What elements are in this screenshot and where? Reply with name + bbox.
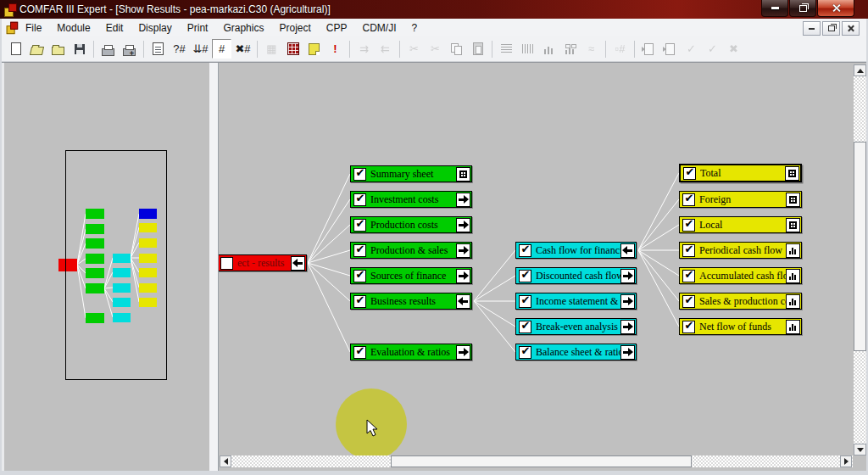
checkbox-checked-icon[interactable]: ✔	[353, 270, 366, 282]
expand-arrow-icon[interactable]	[456, 193, 470, 207]
table-view-icon[interactable]	[785, 166, 799, 181]
show-structure-icon[interactable]: #	[212, 39, 231, 59]
print-icon[interactable]	[98, 39, 118, 59]
checkbox-checked-icon[interactable]: ✔	[682, 244, 695, 257]
tree-node-sales-production-co[interactable]: ✔Sales & production co	[679, 293, 802, 310]
checkbox-checked-icon[interactable]	[220, 257, 233, 270]
checkbox-checked-icon[interactable]: ✔	[519, 295, 531, 308]
checkbox-checked-icon[interactable]: ✔	[353, 168, 366, 181]
tree-node-sources-of-finance[interactable]: ✔Sources of finance	[350, 267, 472, 284]
calculator-icon[interactable]	[283, 39, 303, 59]
close-button[interactable]	[817, 0, 854, 17]
vertical-scroll-thumb[interactable]	[854, 142, 866, 351]
checkbox-checked-icon[interactable]: ✔	[353, 244, 366, 257]
print-setup-icon[interactable]	[120, 39, 139, 59]
expand-arrow-icon[interactable]	[456, 218, 470, 232]
menu-item-print[interactable]: Print	[180, 20, 216, 36]
menu-item-display[interactable]: Display	[131, 20, 179, 36]
mdi-close-button[interactable]	[842, 21, 860, 36]
node-label: Summary sheet	[370, 168, 456, 181]
show-report-icon[interactable]	[148, 39, 168, 59]
minimap-viewport-rectangle[interactable]	[65, 150, 167, 380]
chart-view-icon[interactable]	[786, 243, 800, 258]
tree-node-summary-sheet[interactable]: ✔Summary sheet	[350, 165, 472, 182]
checkbox-checked-icon[interactable]: ✔	[353, 219, 366, 232]
collapse-arrow-icon[interactable]	[456, 294, 470, 309]
tree-node-cash-flow-for-financi[interactable]: ✔Cash flow for financi	[515, 242, 637, 259]
collapse-arrow-icon[interactable]	[291, 256, 305, 271]
checkbox-checked-icon[interactable]: ✔	[519, 270, 531, 282]
chart-view-icon[interactable]	[786, 294, 800, 309]
checkbox-checked-icon[interactable]: ✔	[682, 193, 695, 206]
tree-node-discounted-cash-flow[interactable]: ✔Discounted cash flow	[515, 267, 637, 284]
checkbox-checked-icon[interactable]: ✔	[353, 346, 366, 359]
collapse-arrow-icon[interactable]	[620, 243, 635, 258]
checkbox-checked-icon[interactable]: ✔	[353, 295, 366, 308]
tree-node-local[interactable]: ✔Local	[679, 216, 802, 233]
table-view-icon[interactable]	[786, 193, 800, 207]
checkbox-checked-icon[interactable]: ✔	[519, 346, 531, 359]
insert-node-numbers-icon[interactable]: ⇊#	[191, 39, 210, 59]
overview-minimap-panel[interactable]	[2, 63, 212, 471]
expand-arrow-icon[interactable]	[620, 345, 635, 360]
expand-arrow-icon[interactable]	[620, 269, 635, 283]
scroll-left-button[interactable]	[220, 455, 231, 467]
checkbox-checked-icon[interactable]: ✔	[519, 244, 531, 257]
mdi-restore-button[interactable]	[822, 21, 840, 36]
expand-arrow-icon[interactable]	[456, 345, 470, 360]
chart-view-icon[interactable]	[786, 269, 800, 283]
tree-node-foreign[interactable]: ✔Foreign	[679, 191, 802, 208]
menu-item-project[interactable]: Project	[271, 20, 318, 36]
tree-node-net-flow-of-funds[interactable]: ✔Net flow of funds	[679, 318, 802, 335]
expand-arrow-icon[interactable]	[620, 320, 635, 334]
tree-node-periodical-cash-flow[interactable]: ✔Periodical cash flow	[679, 242, 802, 259]
tree-node-production-sales[interactable]: ✔Production & sales	[350, 242, 472, 259]
tree-node-business-results[interactable]: ✔Business results	[350, 293, 472, 310]
menu-item-module[interactable]: Module	[49, 20, 97, 36]
chart-view-icon[interactable]	[786, 320, 800, 334]
remove-node-numbers-icon[interactable]: ✖#	[233, 39, 253, 59]
checkbox-checked-icon[interactable]: ✔	[353, 193, 366, 206]
menu-item-cdm-ji[interactable]: CDM/JI	[355, 20, 404, 36]
table-view-icon[interactable]	[786, 218, 800, 232]
expand-arrow-icon[interactable]	[456, 269, 470, 283]
show-node-numbers-icon[interactable]: ?#	[170, 39, 189, 59]
menu-item-cpp[interactable]: CPP	[319, 20, 355, 36]
close-project-icon[interactable]	[48, 39, 68, 59]
tree-node-total[interactable]: ✔Total	[679, 164, 802, 182]
new-document-icon[interactable]	[6, 39, 25, 59]
menu-item-graphics[interactable]: Graphics	[215, 20, 271, 36]
checkbox-checked-icon[interactable]: ✔	[683, 167, 696, 180]
scroll-up-button[interactable]	[854, 64, 866, 76]
tree-node-break-even-analysis[interactable]: ✔Break-even analysis	[515, 318, 637, 335]
save-icon[interactable]	[70, 39, 89, 59]
tree-node-income-statement[interactable]: ✔Income statement &	[515, 293, 637, 310]
expand-arrow-icon[interactable]	[620, 294, 635, 309]
scroll-right-button[interactable]	[840, 455, 852, 467]
panel-divider[interactable]	[209, 63, 219, 471]
alert-icon[interactable]: !	[326, 39, 345, 59]
new-note-icon[interactable]	[304, 39, 324, 59]
tree-node-balance-sheet-ratio[interactable]: ✔Balance sheet & ratio	[515, 344, 637, 360]
minimize-button[interactable]	[761, 0, 788, 17]
checkbox-checked-icon[interactable]: ✔	[682, 219, 695, 232]
checkbox-checked-icon[interactable]: ✔	[682, 295, 695, 308]
menu-item--[interactable]: ?	[404, 20, 426, 36]
table-view-icon[interactable]	[456, 167, 470, 182]
restore-button[interactable]	[789, 0, 816, 17]
tree-node-accumulated-cash-flo[interactable]: ✔Accumulated cash flo	[679, 267, 802, 284]
tree-node-ect-results[interactable]: ect - results	[219, 254, 307, 271]
mdi-minimize-button[interactable]	[803, 21, 821, 36]
horizontal-scroll-thumb[interactable]	[391, 455, 692, 467]
checkbox-checked-icon[interactable]: ✔	[519, 321, 531, 333]
tree-node-production-costs[interactable]: ✔Production costs	[350, 216, 472, 233]
checkbox-checked-icon[interactable]: ✔	[682, 321, 695, 333]
open-project-icon[interactable]	[27, 39, 47, 59]
scroll-down-button[interactable]	[854, 444, 866, 455]
menu-item-file[interactable]: File	[18, 20, 49, 36]
menu-item-edit[interactable]: Edit	[98, 20, 131, 36]
tree-node-evaluation-ratios[interactable]: ✔Evaluation & ratios	[350, 344, 472, 360]
tree-node-investment-costs[interactable]: ✔Investment costs	[350, 191, 472, 208]
checkbox-checked-icon[interactable]: ✔	[682, 270, 695, 282]
expand-arrow-icon[interactable]	[456, 243, 470, 258]
